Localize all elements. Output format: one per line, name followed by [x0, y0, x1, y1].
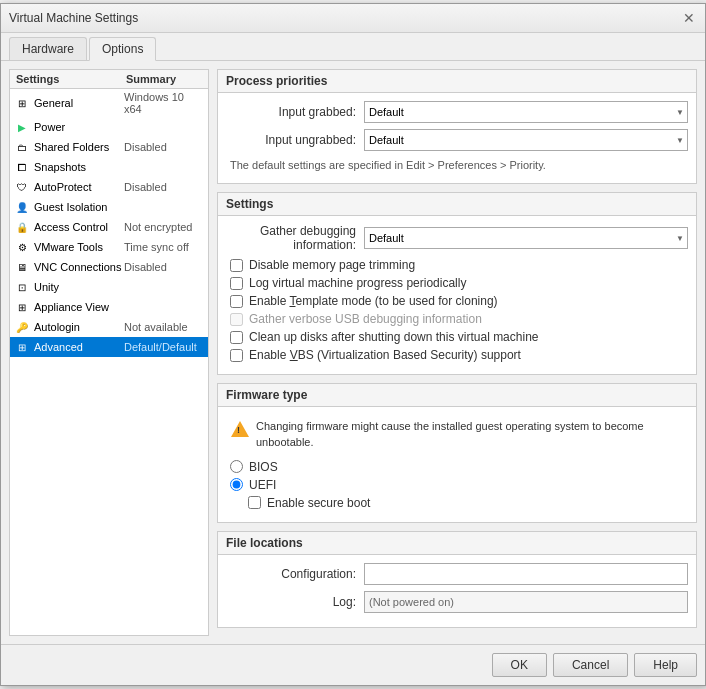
settings-item-general[interactable]: ⊞ General Windows 10 x64 [10, 89, 208, 117]
power-icon: ▶ [14, 119, 30, 135]
process-priorities-body: Input grabbed: Default High Normal Low I… [218, 93, 696, 183]
gather-verbose-usb-label: Gather verbose USB debugging information [249, 312, 482, 326]
gather-debug-label: Gather debugging information: [226, 224, 356, 252]
access-control-summary: Not encrypted [124, 221, 192, 233]
firmware-type-title: Firmware type [218, 384, 696, 407]
bios-radio[interactable] [230, 460, 243, 473]
file-locations-body: Configuration: Log: [218, 555, 696, 627]
access-control-label: Access Control [34, 221, 124, 233]
tab-options[interactable]: Options [89, 37, 156, 61]
title-bar: Virtual Machine Settings ✕ [1, 4, 705, 33]
autoprotect-icon: 🛡 [14, 179, 30, 195]
input-grabbed-select[interactable]: Default High Normal Low [364, 101, 688, 123]
settings-item-power[interactable]: ▶ Power [10, 117, 208, 137]
log-label: Log: [226, 595, 356, 609]
clean-up-disks-row: Clean up disks after shutting down this … [226, 330, 688, 344]
tab-bar: Hardware Options [1, 33, 705, 61]
enable-template-checkbox[interactable] [230, 295, 243, 308]
enable-vbs-label: Enable VBS (Virtualization Based Securit… [249, 348, 521, 362]
unity-label: Unity [34, 281, 124, 293]
clean-up-disks-label: Clean up disks after shutting down this … [249, 330, 538, 344]
settings-item-autologin[interactable]: 🔑 Autologin Not available [10, 317, 208, 337]
log-input [364, 591, 688, 613]
appliance-view-label: Appliance View [34, 301, 124, 313]
ok-button[interactable]: OK [492, 653, 547, 677]
vmware-tools-summary: Time sync off [124, 241, 189, 253]
autologin-summary: Not available [124, 321, 188, 333]
window-title: Virtual Machine Settings [9, 11, 138, 25]
warning-icon [230, 419, 250, 439]
settings-item-vnc-connections[interactable]: 🖥 VNC Connections Disabled [10, 257, 208, 277]
vnc-connections-label: VNC Connections [34, 261, 124, 273]
log-vm-progress-label: Log virtual machine progress periodicall… [249, 276, 466, 290]
advanced-icon: ⊞ [14, 339, 30, 355]
secure-boot-label: Enable secure boot [267, 496, 370, 510]
file-locations-section: File locations Configuration: Log: [217, 531, 697, 628]
main-content: Settings Summary ⊞ General Windows 10 x6… [1, 61, 705, 644]
vmware-tools-label: VMware Tools [34, 241, 124, 253]
enable-vbs-checkbox[interactable] [230, 349, 243, 362]
disable-memory-checkbox[interactable] [230, 259, 243, 272]
disable-memory-label: Disable memory page trimming [249, 258, 415, 272]
log-vm-progress-checkbox[interactable] [230, 277, 243, 290]
gather-debug-row: Gather debugging information: Default No… [226, 224, 688, 252]
gather-verbose-usb-checkbox[interactable] [230, 313, 243, 326]
uefi-label: UEFI [249, 478, 276, 492]
autoprotect-summary: Disabled [124, 181, 167, 193]
settings-item-snapshots[interactable]: ⧠ Snapshots [10, 157, 208, 177]
shared-folders-summary: Disabled [124, 141, 167, 153]
configuration-row: Configuration: [226, 563, 688, 585]
gather-debug-select[interactable]: Default None Normal Verbose [364, 227, 688, 249]
autoprotect-label: AutoProtect [34, 181, 124, 193]
settings-item-shared-folders[interactable]: 🗀 Shared Folders Disabled [10, 137, 208, 157]
input-grabbed-select-wrapper: Default High Normal Low [364, 101, 688, 123]
unity-icon: ⊡ [14, 279, 30, 295]
uefi-radio-row: UEFI [226, 478, 688, 492]
process-priorities-title: Process priorities [218, 70, 696, 93]
process-priorities-section: Process priorities Input grabbed: Defaul… [217, 69, 697, 184]
settings-item-guest-isolation[interactable]: 👤 Guest Isolation [10, 197, 208, 217]
settings-item-advanced[interactable]: ⊞ Advanced Default/Default [10, 337, 208, 357]
bios-label: BIOS [249, 460, 278, 474]
general-icon: ⊞ [14, 95, 30, 111]
settings-item-access-control[interactable]: 🔒 Access Control Not encrypted [10, 217, 208, 237]
tab-hardware[interactable]: Hardware [9, 37, 87, 60]
close-button[interactable]: ✕ [681, 10, 697, 26]
file-locations-title: File locations [218, 532, 696, 555]
settings-item-unity[interactable]: ⊡ Unity [10, 277, 208, 297]
access-control-icon: 🔒 [14, 219, 30, 235]
settings-item-autoprotect[interactable]: 🛡 AutoProtect Disabled [10, 177, 208, 197]
settings-item-vmware-tools[interactable]: ⚙ VMware Tools Time sync off [10, 237, 208, 257]
cancel-button[interactable]: Cancel [553, 653, 628, 677]
bios-radio-row: BIOS [226, 460, 688, 474]
guest-isolation-icon: 👤 [14, 199, 30, 215]
enable-vbs-row: Enable VBS (Virtualization Based Securit… [226, 348, 688, 362]
vnc-connections-summary: Disabled [124, 261, 167, 273]
log-vm-progress-row: Log virtual machine progress periodicall… [226, 276, 688, 290]
settings-section-body: Gather debugging information: Default No… [218, 216, 696, 374]
firmware-warning: Changing firmware might cause the instal… [226, 415, 688, 454]
window: Virtual Machine Settings ✕ Hardware Opti… [0, 3, 706, 686]
right-panel: Process priorities Input grabbed: Defaul… [217, 69, 697, 636]
advanced-label: Advanced [34, 341, 124, 353]
vmware-tools-icon: ⚙ [14, 239, 30, 255]
settings-panel: Settings Summary ⊞ General Windows 10 x6… [9, 69, 209, 636]
input-ungrabbed-row: Input ungrabbed: Default High Normal Low [226, 129, 688, 151]
gather-debug-select-wrapper: Default None Normal Verbose [364, 227, 688, 249]
panel-header: Settings Summary [10, 70, 208, 89]
settings-section: Settings Gather debugging information: D… [217, 192, 697, 375]
uefi-radio[interactable] [230, 478, 243, 491]
help-button[interactable]: Help [634, 653, 697, 677]
clean-up-disks-checkbox[interactable] [230, 331, 243, 344]
input-grabbed-label: Input grabbed: [226, 105, 356, 119]
input-ungrabbed-select[interactable]: Default High Normal Low [364, 129, 688, 151]
firmware-type-body: Changing firmware might cause the instal… [218, 407, 696, 522]
configuration-input[interactable] [364, 563, 688, 585]
settings-item-appliance-view[interactable]: ⊞ Appliance View [10, 297, 208, 317]
input-ungrabbed-label: Input ungrabbed: [226, 133, 356, 147]
secure-boot-checkbox[interactable] [248, 496, 261, 509]
appliance-view-icon: ⊞ [14, 299, 30, 315]
secure-boot-row: Enable secure boot [226, 496, 688, 510]
firmware-warning-text: Changing firmware might cause the instal… [256, 419, 684, 450]
snapshots-icon: ⧠ [14, 159, 30, 175]
